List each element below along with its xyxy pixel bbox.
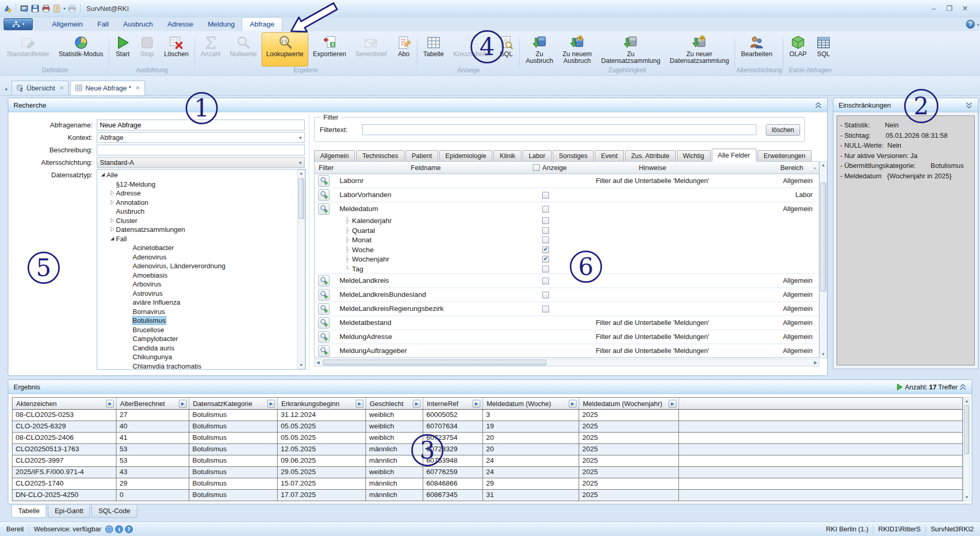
anzeige-checkbox[interactable] bbox=[542, 292, 549, 298]
altersschichtung-select[interactable]: Standard-A ▾ bbox=[97, 157, 305, 168]
tree-item-chlamydia-trachomatis[interactable]: Chlamydia trachomatis bbox=[97, 362, 305, 370]
field-row-wochenjahr[interactable]: ├Wochenjahr bbox=[315, 255, 819, 265]
filter-add-icon[interactable] bbox=[318, 345, 330, 357]
tree-item-cluster[interactable]: Cluster bbox=[97, 216, 305, 226]
field-row-meldelandkreis[interactable]: MeldeLandkreisAllgemein bbox=[315, 274, 819, 288]
tree-item-botulismus[interactable]: Botulismus bbox=[97, 316, 305, 325]
column-filter-icon[interactable]: ▶ bbox=[106, 400, 114, 408]
ribbon-olap-button[interactable]: OLAP bbox=[785, 32, 811, 67]
filter-add-icon[interactable] bbox=[318, 275, 330, 286]
scroll-down-icon[interactable]: ▼ bbox=[964, 494, 970, 501]
field-row-meldelandkreisregierungsbezirk[interactable]: MeldeLandkreisRegierungsbezirkAllgemein bbox=[315, 302, 819, 316]
tree-item-arbovirus[interactable]: Arbovirus bbox=[97, 280, 305, 289]
filter-tab-erweiterungen[interactable]: Erweiterungen bbox=[757, 150, 812, 162]
qat-dropdown-caret-icon[interactable]: ▾ bbox=[63, 6, 66, 11]
result-row[interactable]: DN-CLO-2025-42500Botulismus17.07.2025män… bbox=[12, 490, 962, 501]
scroll-up-icon[interactable]: ▲ bbox=[820, 162, 827, 168]
filter-add-icon[interactable] bbox=[318, 289, 330, 300]
tree-item-bornavirus[interactable]: Bornavirus bbox=[97, 307, 305, 317]
close-button[interactable]: ✕ bbox=[957, 4, 973, 12]
scroll-up-icon[interactable]: ▲ bbox=[964, 398, 970, 404]
column-filter-icon[interactable]: ▶ bbox=[569, 400, 577, 408]
filter-add-icon[interactable] bbox=[318, 317, 330, 329]
filter-tab-epidemiologie[interactable]: Epidemiologie bbox=[439, 150, 493, 162]
anzeige-checkbox[interactable] bbox=[542, 246, 549, 253]
tree-expanded-icon[interactable] bbox=[100, 171, 107, 180]
tree-item-aviäre-influenza[interactable]: aviäre Influenza bbox=[97, 298, 305, 307]
ribbon-zu-neuer-datensatzsammlung-button[interactable]: Zu neuer Datensatzsammlung bbox=[665, 32, 734, 67]
tree-item-adenovirus[interactable]: Adenovirus bbox=[97, 253, 305, 262]
anzeige-checkbox[interactable] bbox=[542, 227, 549, 234]
column-filter-icon[interactable]: ▶ bbox=[473, 400, 480, 408]
scrollbar-thumb[interactable] bbox=[964, 405, 969, 454]
field-row-laborvorhanden[interactable]: LaborVorhandenLabor bbox=[315, 188, 819, 202]
filter-tab-sonstiges[interactable]: Sonstiges bbox=[553, 150, 594, 162]
tree-item-candida-auris[interactable]: Candida auris bbox=[97, 344, 305, 353]
scroll-down-icon[interactable]: ▼ bbox=[820, 351, 827, 358]
ribbon-löschen-button[interactable]: Löschen bbox=[159, 32, 193, 67]
column-filter-icon[interactable]: ▶ bbox=[413, 400, 421, 408]
scroll-down-icon[interactable]: ▼ bbox=[298, 362, 305, 369]
field-row-tag[interactable]: └Tag bbox=[315, 265, 819, 274]
anzeige-checkbox[interactable] bbox=[542, 192, 549, 199]
anzeige-checkbox[interactable] bbox=[542, 266, 549, 272]
save-icon[interactable] bbox=[31, 4, 40, 13]
column-filter-icon[interactable]: ▶ bbox=[356, 400, 363, 408]
scrollbar-thumb[interactable] bbox=[298, 178, 304, 219]
scroll-right-icon[interactable]: ▶ bbox=[812, 359, 819, 366]
view-tab-sql-code[interactable]: SQL-Code bbox=[92, 505, 137, 518]
tree-scrollbar[interactable]: ▲ ▼ bbox=[297, 169, 305, 369]
ribbon-abo-button[interactable]: Abo bbox=[391, 32, 416, 67]
filter-add-icon[interactable] bbox=[318, 189, 330, 201]
tree-item-adresse[interactable]: Adresse bbox=[97, 189, 305, 198]
anzeige-checkbox[interactable] bbox=[542, 217, 549, 224]
field-row-quartal[interactable]: ├Quartal bbox=[315, 226, 819, 236]
tree-item-alle[interactable]: Alle bbox=[97, 171, 305, 180]
result-row[interactable]: 2025/IFS.F/000.971-443Botulismus29.05.20… bbox=[12, 467, 962, 478]
column-filter-icon[interactable]: ▶ bbox=[669, 400, 676, 408]
result-vscrollbar[interactable]: ▲ ▼ bbox=[963, 397, 970, 501]
field-row-meldedatum[interactable]: MeldedatumAllgemein bbox=[315, 202, 819, 216]
tree-item-datensatzsammlungen[interactable]: Datensatzsammlungen bbox=[97, 225, 305, 234]
tree-collapsed-icon[interactable] bbox=[110, 189, 116, 198]
menu-tab-abfrage[interactable]: Abfrage bbox=[242, 17, 282, 31]
filter-tab-allgemein[interactable]: Allgemein bbox=[314, 150, 355, 162]
view-tab-epi-gantt[interactable]: Epi-Gantt bbox=[48, 505, 90, 518]
filter-tab-alle-felder[interactable]: Alle Felder bbox=[712, 149, 756, 162]
tree-item-campylobacter[interactable]: Campylobacter bbox=[97, 334, 305, 344]
menu-tab-ausbruch[interactable]: Ausbruch bbox=[116, 17, 160, 31]
scrollbar-thumb[interactable] bbox=[323, 360, 546, 365]
tree-item-adenovirus-länderverordnung[interactable]: Adenovirus, Länderverordnung bbox=[97, 262, 305, 271]
tree-collapsed-icon[interactable] bbox=[110, 225, 116, 234]
print-preview-icon[interactable] bbox=[68, 4, 76, 13]
ribbon-tabelle-button[interactable]: Tabelle bbox=[419, 32, 449, 67]
export-icon[interactable] bbox=[53, 4, 61, 13]
anzeige-checkbox[interactable] bbox=[542, 206, 549, 213]
view-tab-tabelle[interactable]: Tabelle bbox=[11, 505, 46, 518]
tree-item-fall[interactable]: Fall bbox=[97, 234, 305, 244]
result-row[interactable]: CLO2025-399753Botulismus09.06.2025männli… bbox=[12, 455, 962, 467]
scrollbar-thumb[interactable] bbox=[820, 182, 826, 292]
tab-list-dropdown-icon[interactable]: ▾ bbox=[2, 87, 10, 92]
result-row[interactable]: 08-CLO2025-240641Botulismus05.05.2025wei… bbox=[12, 433, 962, 444]
document-tab-übersicht[interactable]: ΣÜbersicht✕ bbox=[11, 81, 69, 95]
tree-item-annotation[interactable]: Annotation bbox=[97, 198, 305, 207]
field-row-meldungadresse[interactable]: MeldungAdresseFilter auf die Untertabell… bbox=[315, 330, 819, 344]
menu-tab-adresse[interactable]: Adresse bbox=[160, 17, 201, 31]
field-row-meldungauftraggeber[interactable]: MeldungAuftraggeberFilter auf die Untert… bbox=[315, 344, 819, 358]
kontext-select[interactable]: Abfrage ▾ bbox=[97, 132, 305, 143]
window-icon[interactable] bbox=[20, 4, 29, 13]
webservice-globe-icon[interactable] bbox=[105, 525, 113, 533]
ribbon-bearbeiten-button[interactable]: Bearbeiten bbox=[736, 32, 777, 67]
tree-item-amoebiasis[interactable]: Amoebiasis bbox=[97, 271, 305, 280]
clear-filter-button[interactable]: löschen bbox=[766, 124, 800, 136]
collapse-up-icon[interactable] bbox=[959, 384, 966, 390]
help-button[interactable]: ? bbox=[966, 20, 975, 29]
scroll-up-icon[interactable]: ▲ bbox=[298, 170, 305, 177]
result-row[interactable]: CLO-2025-632940Botulismus05.05.2025weibl… bbox=[12, 421, 962, 433]
field-row-meldetatbestand[interactable]: MeldetatbestandFilter auf die Untertabel… bbox=[315, 316, 819, 330]
filter-add-icon[interactable] bbox=[318, 175, 330, 187]
ribbon-sql-button[interactable]: SQL bbox=[812, 32, 836, 67]
ribbon-start-button[interactable]: Start bbox=[110, 32, 135, 67]
menu-tab-allgemein[interactable]: Allgemein bbox=[45, 17, 90, 31]
